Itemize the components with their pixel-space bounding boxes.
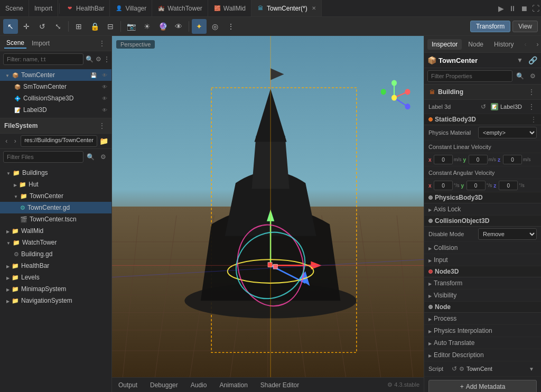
move-tool-btn[interactable]: ✛: [19, 19, 34, 34]
auto-translate-group[interactable]: Auto Translate: [424, 337, 541, 349]
transform-group[interactable]: Transform: [424, 277, 541, 290]
select-tool-btn[interactable]: ↖: [3, 19, 18, 34]
tab-audio[interactable]: Audio: [189, 380, 209, 390]
input-group[interactable]: Input: [424, 254, 541, 266]
file-building-gd[interactable]: ⚙ Building.gd: [0, 248, 111, 260]
filesystem-options-btn[interactable]: ⋮: [97, 120, 107, 131]
tree-item-label3d[interactable]: 📝 Label3D 👁: [0, 104, 111, 116]
camera-btn[interactable]: 📷: [124, 19, 138, 34]
linear-y-input[interactable]: [469, 155, 488, 164]
snap-btn[interactable]: 🔒: [87, 19, 102, 34]
nav-play-btn[interactable]: ▶: [496, 3, 506, 14]
inspector-back-btn[interactable]: ‹: [520, 39, 530, 50]
tab-debugger[interactable]: Debugger: [148, 380, 180, 390]
view-mode-btn[interactable]: View: [512, 21, 538, 32]
nav-pause-btn[interactable]: ⏸: [507, 3, 518, 14]
scene-more-btn[interactable]: ⋮: [104, 54, 110, 64]
section-building[interactable]: 🏛 Building ⋮: [424, 85, 541, 100]
angular-z-input[interactable]: [499, 181, 518, 190]
file-healthbar[interactable]: 📁 HealthBar: [0, 260, 111, 272]
inspector-filter-input[interactable]: [427, 70, 512, 82]
gizmo-btn[interactable]: ✦: [192, 19, 207, 34]
transform-btn[interactable]: Transform: [470, 21, 510, 32]
scene-filter-options[interactable]: ⚙: [96, 54, 101, 64]
file-towncenter-tscn[interactable]: 🎬 TownCenter.tscn: [0, 213, 111, 225]
process-group[interactable]: Process: [424, 313, 541, 325]
tab-import[interactable]: Import: [29, 0, 58, 17]
file-navigation[interactable]: 📁 NavigationSystem: [0, 295, 111, 306]
tab-output[interactable]: Output: [116, 380, 139, 390]
label3d-menu-btn[interactable]: ⋮: [526, 101, 537, 112]
scale-tool-btn[interactable]: ⤡: [51, 19, 66, 34]
import-tab[interactable]: Import: [30, 39, 52, 48]
tree-item-smtowncenter[interactable]: 📦 SmTownCenter 👁: [0, 81, 111, 92]
tab-watchtower[interactable]: 🏰 WatchTower: [152, 0, 208, 16]
physics-material-select[interactable]: <empty>: [478, 127, 537, 138]
align-btn[interactable]: ⊟: [103, 19, 118, 34]
nav-stop-btn[interactable]: ⏹: [519, 3, 529, 14]
angular-y-input[interactable]: [467, 181, 486, 190]
towncenter-eye[interactable]: 👁: [101, 71, 108, 79]
inspector-fwd-btn[interactable]: ›: [532, 39, 541, 50]
label3d-eye[interactable]: 👁: [101, 106, 108, 114]
editor-description-group[interactable]: Editor Description: [424, 349, 541, 361]
file-filter-options[interactable]: ⚙: [98, 152, 109, 162]
building-section-menu[interactable]: ⋮: [526, 87, 537, 97]
path-folder-btn[interactable]: 📁: [99, 136, 108, 146]
label3d-refresh-btn[interactable]: ↺: [478, 101, 489, 112]
smtowncenter-eye[interactable]: 👁: [101, 83, 108, 90]
viewport[interactable]: Perspective Output Debugger Audio Animat…: [112, 36, 424, 392]
angular-x-input[interactable]: [434, 181, 453, 190]
physics-interpolation-group[interactable]: Physics Interpolation: [424, 325, 541, 337]
expand-btn[interactable]: ⛶: [530, 3, 541, 14]
linear-z-input[interactable]: [503, 155, 522, 164]
tab-towncenter-close[interactable]: ✕: [312, 5, 316, 11]
script-dropdown-btn[interactable]: ▼: [526, 363, 537, 374]
file-buildings[interactable]: 📁 Buildings: [0, 167, 111, 179]
view-btn[interactable]: 👁: [171, 19, 186, 34]
grid-btn[interactable]: ⊞: [71, 19, 86, 34]
axis-lock-group[interactable]: Axis Lock: [424, 203, 541, 216]
scene-filter-input[interactable]: [3, 53, 83, 65]
collision-group[interactable]: Collision: [424, 242, 541, 254]
file-hut[interactable]: 📁 Hut: [0, 179, 111, 190]
inspector-node-options[interactable]: 🔗: [527, 55, 538, 66]
inspector-tab-node[interactable]: Node: [464, 39, 488, 50]
light-btn[interactable]: ☀: [139, 19, 154, 34]
inspector-filter-options-btn[interactable]: ⚙: [527, 71, 538, 81]
tab-towncenter[interactable]: 🏛 TownCenter(*) ✕: [251, 0, 322, 16]
script-refresh-btn[interactable]: ↺: [452, 365, 457, 372]
scene-options-btn[interactable]: ⋮: [97, 38, 107, 49]
tree-item-collision[interactable]: 💠 CollisionShape3D 👁: [0, 92, 111, 104]
file-watchtower[interactable]: 📁 WatchTower: [0, 237, 111, 248]
file-towncenter-gd[interactable]: ⚙ TownCenter.gd: [0, 202, 111, 213]
file-minimap[interactable]: 📁 MinimapSystem: [0, 283, 111, 295]
tab-wallmid[interactable]: 🧱 WallMid: [208, 0, 251, 16]
viewport-canvas[interactable]: Perspective: [112, 36, 424, 377]
add-metadata-btn[interactable]: + Add Metadata: [428, 380, 537, 392]
tab-shader-editor[interactable]: Shader Editor: [258, 380, 301, 390]
file-filter-input[interactable]: [3, 151, 83, 163]
path-back-btn[interactable]: ‹: [3, 136, 10, 146]
tree-item-towncenter[interactable]: 📦 TownCenter 💾 👁: [0, 69, 111, 81]
render-btn[interactable]: 🔮: [155, 19, 170, 34]
inspector-tab-inspector[interactable]: Inspector: [427, 39, 462, 50]
inspector-tab-history[interactable]: History: [490, 39, 518, 50]
collision-eye[interactable]: 👁: [101, 95, 108, 102]
more-btn[interactable]: ⋮: [223, 19, 238, 34]
linear-x-input[interactable]: [434, 155, 453, 164]
tab-scene[interactable]: Scene: [0, 0, 29, 17]
tab-healthbar[interactable]: ❤ HealthBar: [61, 0, 110, 16]
orbit-btn[interactable]: ◎: [208, 19, 222, 34]
file-wallmid[interactable]: 📁 WallMid: [0, 225, 111, 237]
visibility-group[interactable]: Visibility: [424, 290, 541, 302]
inspector-node-dropdown[interactable]: ▼: [515, 55, 525, 66]
path-fwd-btn[interactable]: ›: [12, 136, 19, 146]
scene-tab[interactable]: Scene: [4, 38, 26, 49]
file-levels[interactable]: 📁 Levels: [0, 272, 111, 283]
tab-villager[interactable]: 👤 Villager: [110, 0, 152, 16]
file-towncenter-folder[interactable]: 📁 TownCenter: [0, 190, 111, 202]
staticbody-menu[interactable]: ⋮: [530, 116, 537, 123]
disable-mode-select[interactable]: Remove: [478, 228, 537, 240]
tab-animation[interactable]: Animation: [217, 380, 249, 390]
